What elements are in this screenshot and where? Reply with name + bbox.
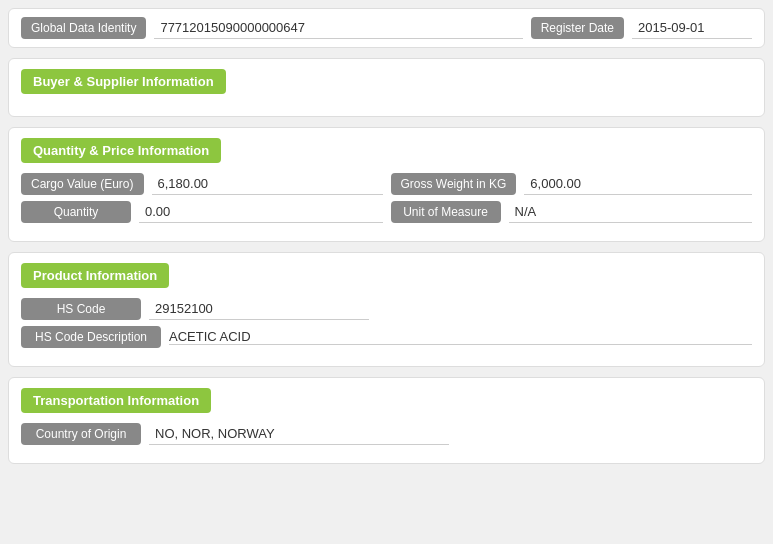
country-origin-label: Country of Origin <box>21 423 141 445</box>
hs-desc-row: HS Code Description ACETIC ACID <box>21 326 752 348</box>
cargo-value-group: Cargo Value (Euro) 6,180.00 <box>21 173 383 195</box>
gross-weight-group: Gross Weight in KG 6,000.00 <box>391 173 753 195</box>
page-container: Global Data Identity 7771201509000000064… <box>0 0 773 544</box>
gross-weight-value: 6,000.00 <box>524 173 752 195</box>
uom-value: N/A <box>509 201 753 223</box>
transportation-header: Transportation Information <box>21 388 211 413</box>
cargo-value-label: Cargo Value (Euro) <box>21 173 144 195</box>
cargo-gross-row: Cargo Value (Euro) 6,180.00 Gross Weight… <box>21 173 752 195</box>
quantity-uom-row: Quantity 0.00 Unit of Measure N/A <box>21 201 752 223</box>
country-origin-row: Country of Origin NO, NOR, NORWAY <box>21 423 752 445</box>
uom-label: Unit of Measure <box>391 201 501 223</box>
global-identity-value: 77712015090000000647 <box>154 17 522 39</box>
quantity-price-header: Quantity & Price Information <box>21 138 221 163</box>
register-date-value: 2015-09-01 <box>632 17 752 39</box>
country-origin-value: NO, NOR, NORWAY <box>149 423 449 445</box>
global-identity-card: Global Data Identity 7771201509000000064… <box>8 8 765 48</box>
quantity-group: Quantity 0.00 <box>21 201 383 223</box>
transportation-card: Transportation Information Country of Or… <box>8 377 765 464</box>
uom-group: Unit of Measure N/A <box>391 201 753 223</box>
product-header: Product Information <box>21 263 169 288</box>
product-card: Product Information HS Code 29152100 HS … <box>8 252 765 367</box>
cargo-value: 6,180.00 <box>152 173 383 195</box>
register-date-label: Register Date <box>531 17 624 39</box>
hs-code-row: HS Code 29152100 <box>21 298 752 320</box>
hs-desc-value: ACETIC ACID <box>169 329 752 345</box>
buyer-supplier-card: Buyer & Supplier Information <box>8 58 765 117</box>
quantity-label: Quantity <box>21 201 131 223</box>
hs-code-value: 29152100 <box>149 298 369 320</box>
buyer-supplier-header: Buyer & Supplier Information <box>21 69 226 94</box>
quantity-price-card: Quantity & Price Information Cargo Value… <box>8 127 765 242</box>
quantity-value: 0.00 <box>139 201 383 223</box>
global-identity-label: Global Data Identity <box>21 17 146 39</box>
gross-weight-label: Gross Weight in KG <box>391 173 517 195</box>
hs-code-label: HS Code <box>21 298 141 320</box>
hs-desc-label: HS Code Description <box>21 326 161 348</box>
